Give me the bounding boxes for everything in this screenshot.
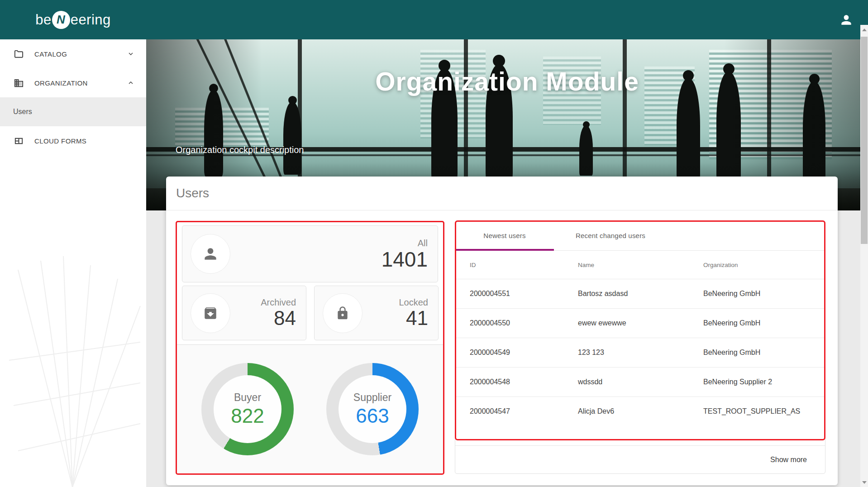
tab-newest-users[interactable]: Newest users <box>455 221 554 250</box>
folder-icon <box>14 49 24 59</box>
cell-name: Bartosz asdasd <box>578 290 703 298</box>
cell-id: 2000004550 <box>470 319 578 327</box>
show-more-button[interactable]: Show more <box>770 456 807 464</box>
tab-label: Newest users <box>483 232 525 239</box>
sidebar-item-label: CATALOG <box>34 50 67 58</box>
sidebar: beNeering CATALOG ORGANIZATION Users CLO… <box>0 0 146 487</box>
page-description: Organization cockpit description <box>176 145 304 155</box>
person-silhouette <box>283 96 301 175</box>
top-app-bar <box>146 0 868 39</box>
column-header-name: Name <box>578 262 703 268</box>
card-title: Users <box>176 186 209 201</box>
cell-id: 2000004549 <box>470 349 578 357</box>
beneering-logo: beNeering <box>35 11 111 29</box>
building-icon <box>14 78 24 88</box>
sidebar-subitem-label: Users <box>13 108 32 116</box>
sidebar-item-catalog[interactable]: CATALOG <box>0 39 146 68</box>
stat-value: 41 <box>399 308 429 329</box>
cell-id: 2000004547 <box>470 407 578 415</box>
cell-organization: BeNeering GmbH <box>703 349 825 357</box>
table-body: 2000004551Bartosz asdasdBeNeering GmbH20… <box>455 279 825 426</box>
stat-icon-circle <box>323 293 362 333</box>
cell-id: 2000004548 <box>470 378 578 386</box>
sidebar-item-cloud-forms[interactable]: CLOUD FORMS <box>0 126 146 155</box>
annotation-box-left: All 1401 Archived 84 Locked <box>176 221 444 475</box>
stat-label: All <box>382 238 428 248</box>
archive-icon <box>203 306 218 321</box>
cell-name: Alicja Dev6 <box>578 407 703 415</box>
logo-n-mark: N <box>52 11 70 29</box>
logo-text-suffix: eering <box>71 12 111 28</box>
table-header-row: ID Name Organization <box>455 251 825 279</box>
cell-organization: BeNeering GmbH <box>703 319 825 327</box>
page-scrollbar <box>860 25 868 487</box>
stat-label: Locked <box>399 297 429 308</box>
donut-label: Buyer <box>234 392 261 404</box>
scrollbar-up-arrow[interactable] <box>860 26 868 33</box>
users-card-header: Users <box>166 177 838 210</box>
table-row[interactable]: 2000004550ewew ewewweBeNeering GmbH <box>455 308 825 338</box>
scrollbar-down-arrow[interactable] <box>860 478 868 486</box>
column-header-organization: Organization <box>703 262 825 268</box>
cell-name: 123 123 <box>578 349 703 357</box>
stat-value: 84 <box>261 308 296 329</box>
table-row[interactable]: 2000004548wdssddBeNeering Supplier 2 <box>455 367 825 396</box>
cell-organization: TEST_ROOT_SUPPLIER_AS <box>703 407 825 415</box>
chevron-up-icon <box>127 79 134 86</box>
column-header-id: ID <box>470 262 578 268</box>
stat-value: 1401 <box>382 248 428 270</box>
sidebar-item-label: CLOUD FORMS <box>34 137 86 145</box>
tabs-row: Newest users Recent changed users <box>455 221 825 251</box>
stat-icon-circle <box>191 293 230 333</box>
grid-icon <box>14 136 24 146</box>
cell-name: ewew ewewwe <box>578 319 703 327</box>
person-silhouette <box>579 121 593 176</box>
cell-organization: BeNeering GmbH <box>703 290 825 298</box>
tab-label: Recent changed users <box>576 232 645 239</box>
buyer-donut-chart: Buyer 822 <box>201 363 294 455</box>
person-icon <box>202 245 219 263</box>
sidebar-item-users[interactable]: Users <box>0 97 146 126</box>
main-area: Organization Module Organization cockpit… <box>146 0 868 487</box>
building-watermark <box>0 170 146 487</box>
donut-label: Supplier <box>353 392 391 404</box>
tab-recent-changed-users[interactable]: Recent changed users <box>554 221 667 250</box>
chevron-down-icon <box>127 50 134 57</box>
logo-block: beNeering <box>0 0 146 39</box>
donut-value: 663 <box>356 405 389 427</box>
show-more-row: Show more <box>455 445 825 473</box>
cell-name: wdssdd <box>578 378 703 386</box>
stat-all-card: All 1401 <box>182 225 438 282</box>
table-row[interactable]: 2000004551Bartosz asdasdBeNeering GmbH <box>455 279 825 308</box>
table-row[interactable]: 2000004549123 123BeNeering GmbH <box>455 338 825 367</box>
stat-archived-card: Archived 84 <box>182 286 306 340</box>
cell-organization: BeNeering Supplier 2 <box>703 378 825 386</box>
stat-icon-circle <box>191 234 230 274</box>
user-account-icon[interactable] <box>839 13 854 27</box>
sidebar-item-organization[interactable]: ORGANIZATION <box>0 68 146 97</box>
page-title: Organization Module <box>146 67 868 96</box>
table-row[interactable]: 2000004547Alicja Dev6TEST_ROOT_SUPPLIER_… <box>455 396 825 426</box>
person-silhouette <box>204 84 223 177</box>
sidebar-item-label: ORGANIZATION <box>34 79 88 87</box>
donut-charts-section: Buyer 822 Supplier 663 <box>177 344 443 473</box>
supplier-donut-chart: Supplier 663 <box>326 363 419 455</box>
cell-id: 2000004551 <box>470 290 578 298</box>
users-card: Users All 1401 Archived 84 <box>166 177 838 485</box>
newest-users-panel: Newest users Recent changed users ID Nam… <box>455 220 825 474</box>
lock-icon <box>335 306 350 320</box>
stat-locked-card: Locked 41 <box>314 286 439 340</box>
donut-value: 822 <box>231 405 264 427</box>
stat-label: Archived <box>261 297 296 308</box>
scrollbar-thumb[interactable] <box>861 37 868 244</box>
logo-text-prefix: be <box>35 12 51 28</box>
